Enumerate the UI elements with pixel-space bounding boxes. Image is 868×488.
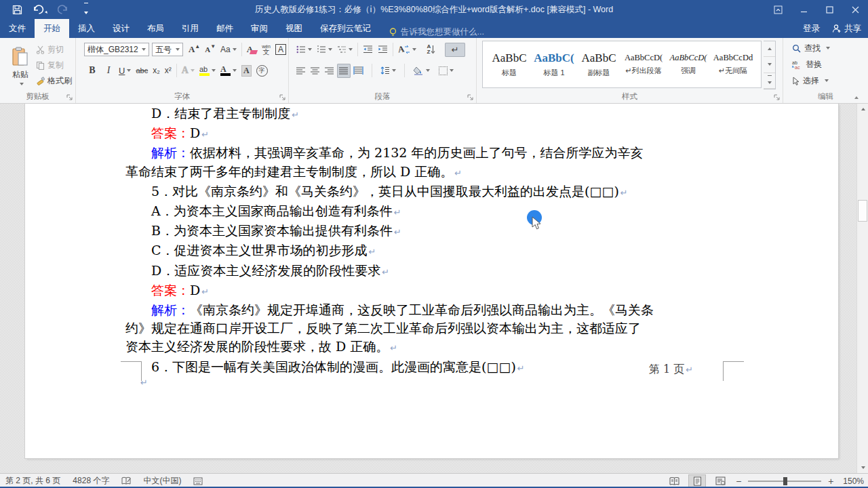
ribbon-tab[interactable]: 设计 <box>104 19 138 38</box>
document-line[interactable]: 解析：《南京条约》规定开埠通商，这反映了工业革命后列强以商品输出为主。《马关条 <box>125 301 742 319</box>
strikethrough-button[interactable]: abc <box>134 64 150 78</box>
login-button[interactable]: 登录 <box>803 23 820 35</box>
zoom-slider[interactable] <box>748 481 821 482</box>
document-line[interactable]: D．结束了君主专制制度↵ <box>125 104 742 124</box>
word-count[interactable]: 4828 个字 <box>73 475 109 487</box>
select-button[interactable]: 选择 <box>790 73 832 88</box>
ribbon-tab[interactable]: 开始 <box>35 19 69 38</box>
style-item[interactable]: AaBbCcD( ↵列出段落 <box>621 43 666 85</box>
style-item[interactable]: AaBbC( 标题 1 <box>532 43 576 85</box>
ribbon-tab[interactable]: 布局 <box>138 19 173 38</box>
document-line[interactable]: A．为资本主义国家商品输出创造有利条件↵ <box>125 202 742 222</box>
font-color-button[interactable]: A <box>218 64 239 78</box>
find-button[interactable]: 查找 <box>790 41 832 56</box>
document-page[interactable]: D．结束了君主专制制度↵答案：D↵解析：依据材料，其强调辛亥革命，为 2132 … <box>25 104 838 458</box>
clipboard-dialog-launcher[interactable] <box>66 94 73 101</box>
style-item[interactable]: AaBbCcD( 强调 <box>666 43 711 85</box>
zoom-out-button[interactable]: − <box>734 476 743 487</box>
character-shading-button[interactable]: A <box>239 64 254 78</box>
clear-formatting-button[interactable]: A <box>245 43 259 57</box>
vertical-scrollbar[interactable] <box>856 104 868 473</box>
web-layout-button[interactable] <box>711 474 729 488</box>
numbering-button[interactable] <box>315 43 334 57</box>
styles-scroll-down-button[interactable] <box>764 57 775 73</box>
ribbon-tab[interactable]: 邮件 <box>208 19 242 38</box>
save-button[interactable] <box>5 1 28 18</box>
shrink-font-button[interactable]: A▼ <box>203 43 218 57</box>
shading-button[interactable] <box>411 64 432 78</box>
decrease-indent-button[interactable] <box>361 43 375 57</box>
ribbon-tab[interactable]: 插入 <box>69 19 104 38</box>
sort-button[interactable]: AZ <box>425 43 437 57</box>
collapse-ribbon-button[interactable] <box>852 92 859 101</box>
align-right-button[interactable] <box>323 64 336 78</box>
scroll-down-button[interactable] <box>857 462 868 473</box>
zoom-level[interactable]: 150% <box>843 476 864 486</box>
tell-me-box[interactable]: 告诉我您想要做什么... <box>389 26 484 38</box>
phonetic-guide-button[interactable]: wén文 <box>260 43 273 57</box>
document-line[interactable]: C．促进资本主义世界市场的初步形成↵ <box>125 241 742 261</box>
bullets-button[interactable] <box>294 43 314 57</box>
distribute-button[interactable] <box>351 64 366 78</box>
font-name-combobox[interactable]: 楷体_GB2312 <box>84 43 149 56</box>
zoom-in-button[interactable]: + <box>827 476 835 487</box>
change-case-button[interactable]: Aa <box>218 43 239 57</box>
page-indicator[interactable]: 第 2 页, 共 6 页 <box>5 475 60 487</box>
document-line[interactable]: 答案：D↵ <box>125 281 742 301</box>
align-center-button[interactable] <box>309 64 322 78</box>
document-line[interactable]: 约》规定在通商口岸开设工厂，反映了第二次工业革命后列强以资本输出为主，这都适应了 <box>125 319 742 338</box>
styles-more-button[interactable] <box>764 73 775 89</box>
increase-indent-button[interactable] <box>376 43 390 57</box>
format-painter-button[interactable]: 格式刷 <box>34 73 74 88</box>
multilevel-list-button[interactable] <box>335 43 355 57</box>
justify-button[interactable] <box>337 64 351 78</box>
enclose-characters-button[interactable]: 字 <box>254 64 270 78</box>
ribbon-tab[interactable]: 文件 <box>0 19 35 38</box>
document-line[interactable]: B．为资本主义国家资本输出提供有利条件↵ <box>125 222 742 241</box>
font-dialog-launcher[interactable] <box>279 94 286 101</box>
copy-button[interactable]: 复制 <box>34 58 74 73</box>
read-mode-button[interactable] <box>665 474 683 488</box>
style-item[interactable]: AaBbCcDd ↵无间隔 <box>711 43 755 85</box>
cut-button[interactable]: 剪切 <box>34 42 74 57</box>
font-size-combobox[interactable]: 五号 <box>152 43 183 56</box>
superscript-button[interactable]: x² <box>163 64 174 78</box>
italic-button[interactable]: I <box>101 64 116 78</box>
ribbon-tab[interactable]: 引用 <box>173 19 208 38</box>
document-line[interactable]: 解析：依据材料，其强调辛亥革命，为 2132 年的历史画上了句号，结合所学应为辛… <box>125 144 742 162</box>
document-line[interactable]: 革命结束了两千多年的封建君主专制制度，所以 D 正确。↵ <box>125 163 742 182</box>
styles-scroll-up-button[interactable] <box>764 41 775 57</box>
show-hide-marks-button[interactable]: ↵ <box>445 43 465 57</box>
document-line[interactable]: 5．对比《南京条约》和《马关条约》，英日从中国攫取最大利益的出发点是(□□)↵ <box>125 182 742 202</box>
text-effects-button[interactable]: A <box>180 64 197 78</box>
style-item[interactable]: AaBbC 副标题 <box>576 43 621 85</box>
subscript-button[interactable]: x₂ <box>151 64 162 78</box>
maximize-button[interactable] <box>816 0 842 19</box>
print-layout-button[interactable] <box>688 474 706 488</box>
customize-quick-access-button[interactable] <box>75 1 98 18</box>
ribbon-tab[interactable]: 视图 <box>277 19 311 38</box>
ribbon-tab[interactable]: 保存到云笔记 <box>311 19 380 38</box>
redo-button[interactable] <box>52 1 75 18</box>
close-button[interactable] <box>842 0 868 19</box>
asian-layout-button[interactable]: A <box>396 43 418 57</box>
input-mode-icon[interactable] <box>193 477 203 485</box>
document-line[interactable]: D．适应资本主义经济发展的阶段性要求↵ <box>125 262 742 281</box>
document-line[interactable]: 答案：D↵ <box>125 124 742 144</box>
scroll-up-button[interactable] <box>857 104 868 115</box>
scrollbar-thumb[interactable] <box>858 200 867 222</box>
grow-font-button[interactable]: A▲ <box>186 43 202 57</box>
minimize-button[interactable] <box>791 0 816 19</box>
document-line[interactable]: 资本主义经济发展的阶段性要求，故 D 正确。↵ <box>125 338 742 357</box>
zoom-slider-thumb[interactable] <box>783 477 787 485</box>
underline-button[interactable]: U <box>117 64 133 78</box>
share-button[interactable]: 共享 <box>832 23 861 35</box>
line-spacing-button[interactable] <box>378 64 398 78</box>
undo-button[interactable] <box>28 1 52 18</box>
bold-button[interactable]: B <box>84 64 100 78</box>
replace-button[interactable]: ab ac 替换 <box>790 57 832 72</box>
proofing-status-icon[interactable] <box>121 476 131 486</box>
paste-button[interactable]: 粘贴 <box>5 41 36 90</box>
ribbon-display-options-button[interactable] <box>765 0 791 19</box>
borders-button[interactable] <box>437 64 456 78</box>
